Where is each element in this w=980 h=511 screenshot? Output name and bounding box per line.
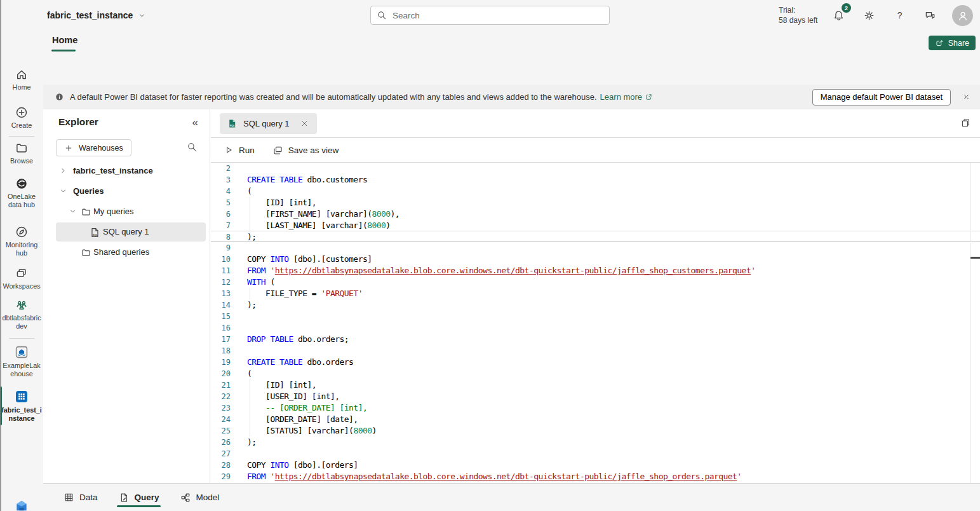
code-line-29[interactable]: 29FROM 'https://dbtlabsynapsedatalake.bl… [211,471,980,482]
code-line-9[interactable]: 9 [211,242,980,254]
banner-message: A default Power BI dataset for faster re… [70,92,597,102]
rail-item-label: dbtlabsfabricdev [0,314,43,330]
code-text: [LAST_NAME] [varchar](8000) [231,220,391,231]
code-line-26[interactable]: 26); [211,437,980,448]
tab-close-button[interactable] [299,118,310,129]
code-text: WITH ( [231,276,275,288]
code-line-24[interactable]: 24 [ORDER_DATE] [date], [211,414,980,425]
app-launcher-icon[interactable] [10,8,27,24]
monitoring-icon [0,225,43,239]
code-line-5[interactable]: 5 [ID] [int], [211,197,980,208]
code-line-28[interactable]: 28COPY INTO [dbo].[orders] [211,460,980,471]
tab-home[interactable]: Home [52,34,77,46]
share-button[interactable]: Share [929,36,976,50]
rail-item-monitoring[interactable]: Monitoring hub [0,225,43,257]
rail-item-dbt[interactable]: dbtlabsfabricdev [0,298,43,330]
tree-item-fabric_test_instance[interactable]: fabric_test_instance [43,161,210,181]
explorer-collapse-button[interactable]: « [192,116,198,129]
code-line-3[interactable]: 3CREATE TABLE dbo.customers [211,174,980,186]
code-text: [ID] [int], [231,197,316,208]
code-line-12[interactable]: 12WITH ( [211,276,980,288]
copy-button[interactable] [960,118,971,128]
editor-scrollbar[interactable] [970,163,980,483]
avatar[interactable] [952,5,973,26]
tab-sql-query-1[interactable]: SQL SQL query 1 [220,113,317,134]
code-line-20[interactable]: 20( [211,368,980,379]
chevron-right-icon[interactable] [59,167,67,175]
view-tab-query[interactable]: Query [112,484,166,511]
code-line-11[interactable]: 11FROM 'https://dbtlabsynapsedatalake.bl… [211,265,980,276]
chevron-down-icon[interactable] [59,187,67,195]
view-tab-model[interactable]: Model [173,484,226,511]
trial-status: Trial: 58 days left [779,5,817,25]
rail-item-lakehouse[interactable]: ExampleLakehouse [0,344,43,378]
code-line-23[interactable]: 23 -- [ORDER_DATE] [int], [211,402,980,414]
feedback-button[interactable] [920,5,940,25]
ribbon-background: Get data SQL New SQL query New visual qu… [43,53,980,85]
plus-circle-icon [0,106,43,119]
view-tab-data[interactable]: Data [57,484,104,511]
code-line-27[interactable]: 27 [211,448,980,460]
indent-guide [250,197,250,208]
help-button[interactable]: ? [889,5,910,25]
new-warehouse-button[interactable]: Warehouses [56,139,131,156]
code-line-8[interactable]: 8); [211,231,980,242]
code-line-19[interactable]: 19CREATE TABLE dbo.orders [211,357,980,368]
code-line-14[interactable]: 14); [211,299,980,311]
code-line-22[interactable]: 22 [USER_ID] [int], [211,391,980,402]
banner-close-button[interactable] [957,88,975,106]
workspace-switcher[interactable]: fabric_test_instance [47,8,146,23]
tree-item-shared-queries[interactable]: Shared queries [43,242,210,262]
save-view-icon [272,145,283,156]
chevron-down-icon[interactable] [69,207,77,215]
global-search[interactable] [370,6,610,25]
code-line-2[interactable]: 2 [211,163,980,174]
rail-item-onelake[interactable]: OneLake data hub [0,177,43,209]
code-line-21[interactable]: 21 [ID] [int], [211,379,980,391]
rail-item-dw[interactable]: Data Warehouse [0,498,43,511]
rail-item-create[interactable]: Create [0,106,43,130]
line-number: 21 [211,379,231,391]
rail-item-label: Home [0,83,43,92]
rail-item-home[interactable]: Home [0,67,43,92]
manage-dataset-button[interactable]: Manage default Power BI dataset [812,89,951,106]
code-text: ); [231,437,257,448]
rail-item-warehouse[interactable]: fabric_test_instance [0,389,43,423]
explorer-search-button[interactable] [187,142,197,152]
feedback-icon [924,10,936,22]
code-line-7[interactable]: 7 [LAST_NAME] [varchar](8000) [211,220,980,231]
query-editor: SQL SQL query 1 Run Save as view 23CREAT… [211,109,980,483]
folder-sm-icon [81,207,91,217]
code-line-10[interactable]: 10COPY INTO [dbo].[customers] [211,254,980,265]
run-button[interactable]: Run [224,145,255,155]
notifications-button[interactable]: 2 [828,5,849,25]
code-editor[interactable]: 23CREATE TABLE dbo.customers4(5 [ID] [in… [211,163,980,483]
notification-badge: 2 [842,3,851,13]
line-number: 7 [211,220,231,231]
tree-item-queries[interactable]: Queries [43,181,210,201]
code-line-16[interactable]: 16 [211,322,980,334]
chevron-down-icon [138,11,146,20]
code-text: COPY INTO [dbo].[orders] [231,460,358,471]
learn-more-link[interactable]: Learn more [600,92,653,102]
rail-item-browse[interactable]: Browse [0,141,43,165]
code-line-6[interactable]: 6 [FIRST_NAME] [varchar](8000), [211,208,980,220]
rail-item-workspaces[interactable]: Workspaces [0,266,43,290]
tree-item-sql-query-1[interactable]: SQLSQL query 1 [43,222,210,242]
code-line-18[interactable]: 18 [211,345,980,357]
code-line-13[interactable]: 13 FILE_TYPE = 'PARQUET' [211,288,980,299]
save-as-view-button[interactable]: Save as view [272,145,339,156]
tree-item-my-queries[interactable]: My queries [43,201,210,222]
code-line-25[interactable]: 25 [STATUS] [varchar](8000) [211,425,980,437]
line-number: 3 [211,174,231,186]
indent-guide [250,208,250,220]
search-input[interactable] [391,10,603,21]
code-line-17[interactable]: 17DROP TABLE dbo.orders; [211,334,980,345]
code-line-15[interactable]: 15 [211,311,980,322]
line-number: 27 [211,448,231,460]
rail-item-label: OneLake data hub [0,193,43,209]
settings-button[interactable] [859,5,879,25]
code-text: [USER_ID] [int], [231,391,340,402]
indent-guide [250,391,250,402]
code-line-4[interactable]: 4( [211,186,980,197]
